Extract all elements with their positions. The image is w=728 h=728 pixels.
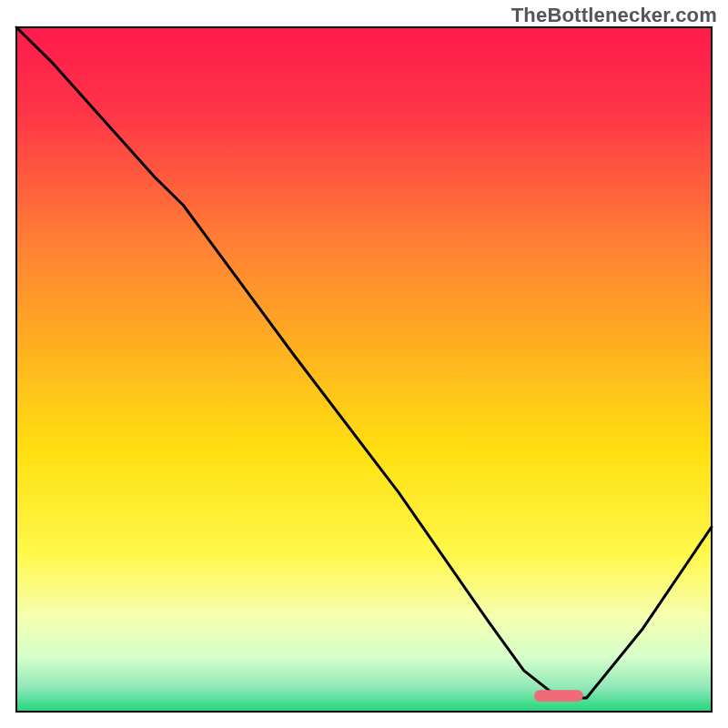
bottleneck-chart xyxy=(0,0,728,728)
plot-area xyxy=(16,27,712,712)
optimal-marker xyxy=(534,690,583,702)
watermark-text: TheBottlenecker.com xyxy=(511,4,717,27)
chart-container: TheBottlenecker.com xyxy=(0,0,728,728)
